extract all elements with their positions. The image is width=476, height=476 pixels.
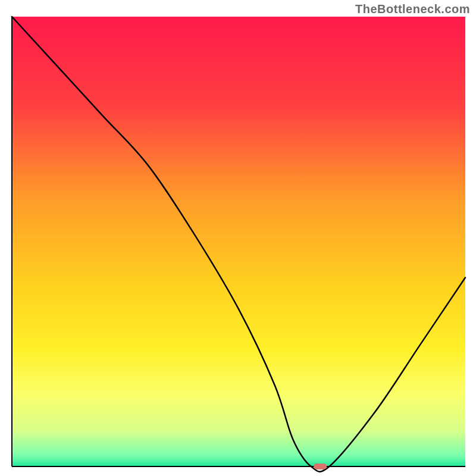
chart-container: TheBottleneck.com	[0, 0, 476, 476]
bottleneck-chart	[0, 0, 476, 476]
optimal-marker	[314, 464, 327, 469]
plot-background	[12, 17, 465, 466]
watermark-label: TheBottleneck.com	[355, 2, 470, 16]
